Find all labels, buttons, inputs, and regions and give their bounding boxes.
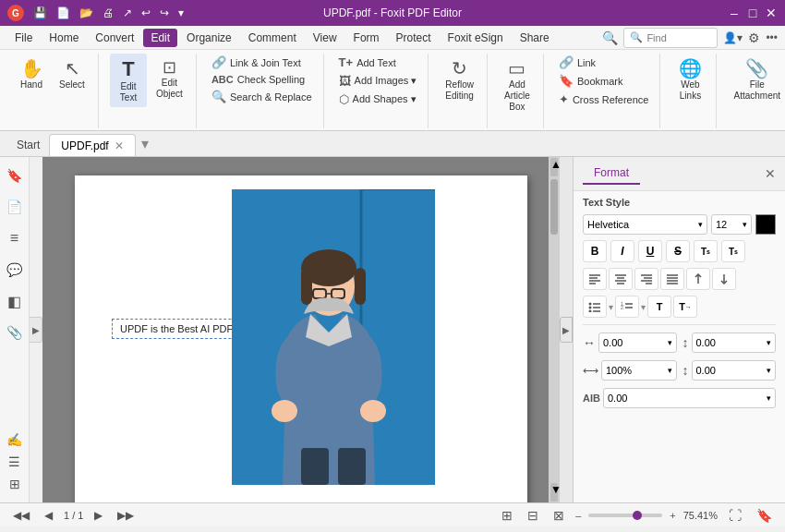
first-page-btn[interactable]: ◀◀ [9, 507, 33, 524]
align-left-btn[interactable] [583, 268, 607, 290]
check-spelling-btn[interactable]: ABC Check Spelling [208, 72, 316, 87]
view-double-btn[interactable]: ⊟ [524, 506, 542, 525]
vertical-scrollbar[interactable]: ▲ ▼ [549, 157, 560, 502]
add-images-btn[interactable]: 🖼 Add Images ▾ [335, 72, 421, 90]
menu-home[interactable]: Home [42, 29, 86, 47]
select-tool-btn[interactable]: ↖ Select [54, 54, 91, 94]
last-page-btn[interactable]: ▶▶ [114, 507, 138, 524]
strikethrough-btn[interactable]: S [666, 240, 690, 262]
align-right-btn[interactable] [634, 268, 658, 290]
char2-input[interactable]: 0.00 ▾ [603, 388, 776, 408]
font-size-select[interactable]: 12 ▾ [711, 214, 752, 235]
indent-input[interactable]: 0.00 ▾ [598, 332, 677, 353]
menu-foxit-esign[interactable]: Foxit eSign [441, 29, 511, 47]
align-bottom-btn[interactable] [712, 268, 736, 290]
menu-edit[interactable]: Edit [143, 29, 177, 47]
scroll-thumb[interactable] [550, 179, 558, 235]
sidebar-comments-icon[interactable]: 💬 [4, 259, 26, 281]
add-article-box-btn[interactable]: ▭ AddArticle Box [499, 54, 536, 116]
scroll-up-btn[interactable]: ▲ [550, 158, 558, 176]
panel-close-btn[interactable]: ✕ [765, 166, 776, 181]
link-btn[interactable]: 🔗 Link [555, 54, 653, 71]
sidebar-collapse-arrow[interactable]: ▶ [30, 317, 42, 343]
underline-btn[interactable]: U [638, 240, 662, 262]
hand-tool-btn[interactable]: ✋ Hand [13, 54, 50, 94]
sidebar-bookmark-icon[interactable]: 🔖 [4, 164, 26, 187]
add-text-btn[interactable]: T+ Add Text [335, 54, 421, 71]
view-single-btn[interactable]: ⊞ [498, 506, 516, 525]
superscript-btn[interactable]: Ts [694, 240, 718, 262]
sidebar-pages2-icon[interactable]: ⊞ [4, 473, 26, 495]
subscript-btn[interactable]: Ts [721, 240, 745, 262]
panel-collapse-arrow[interactable]: ▶ [560, 317, 573, 343]
align-center-btn[interactable] [609, 268, 633, 290]
menu-protect[interactable]: Protect [389, 29, 439, 47]
print-icon[interactable]: 🖨 [99, 5, 117, 21]
edit-object-btn[interactable]: ⊡ EditObject [151, 54, 188, 103]
bold-btn[interactable]: B [583, 240, 607, 262]
menu-form[interactable]: Form [346, 29, 387, 47]
open-icon[interactable]: 📂 [76, 5, 97, 21]
align-justify-btn[interactable] [660, 268, 684, 290]
search-icon[interactable]: 🔍 [602, 30, 618, 45]
edit-text-btn[interactable]: T EditText [110, 54, 147, 107]
sidebar-layers-icon[interactable]: ≡ [4, 227, 26, 249]
share-icon[interactable]: ↗ [119, 5, 136, 21]
tab-start[interactable]: Start [7, 134, 49, 156]
link-join-btn[interactable]: 🔗 Link & Join Text [208, 54, 316, 71]
fullscreen-btn[interactable]: ⛶ [725, 506, 745, 525]
new-icon[interactable]: 📄 [53, 5, 74, 21]
zoom-in-icon[interactable]: + [670, 510, 675, 521]
cross-ref-btn[interactable]: ✦ Cross Reference [555, 91, 653, 108]
search-replace-btn[interactable]: 🔍 Search & Replace [208, 88, 316, 105]
ribbon-search-box[interactable]: 🔍 [623, 28, 718, 48]
text-transform-btn[interactable]: T→ [673, 296, 697, 318]
minimize-btn[interactable]: – [728, 6, 741, 19]
tab-scroll-down[interactable]: ▾ [141, 135, 149, 156]
sidebar-signatures-icon[interactable]: ✍ [4, 429, 26, 451]
menu-convert[interactable]: Convert [88, 29, 141, 47]
tab-format[interactable]: Format [583, 163, 640, 185]
maximize-btn[interactable]: □ [746, 6, 759, 19]
tab-updf[interactable]: UPDF.pdf ✕ [49, 134, 135, 156]
next-page-btn[interactable]: ▶ [91, 507, 106, 524]
undo-icon[interactable]: ↩ [138, 5, 154, 21]
more-icon[interactable]: ▾ [175, 5, 187, 21]
sidebar-properties-icon[interactable]: ◧ [4, 290, 26, 312]
italic-btn[interactable]: I [610, 240, 634, 262]
redo-icon[interactable]: ↪ [156, 5, 173, 21]
bullet-dropdown[interactable]: ▾ [609, 302, 613, 312]
sidebar-pages-icon[interactable]: 📄 [4, 196, 26, 218]
menu-view[interactable]: View [306, 29, 344, 47]
file-attachment-btn[interactable]: 📎 FileAttachment [728, 54, 785, 105]
bookmark-status-btn[interactable]: 🔖 [753, 506, 776, 525]
text-direction-btn[interactable]: T [647, 296, 671, 318]
menu-share[interactable]: Share [513, 29, 557, 47]
zoom-slider[interactable] [588, 514, 662, 517]
menu-file[interactable]: File [7, 29, 40, 47]
more-menu-icon[interactable]: ••• [766, 31, 778, 44]
align-top-btn[interactable] [686, 268, 710, 290]
settings-icon[interactable]: ⚙ [748, 30, 760, 45]
add-shapes-btn[interactable]: ⬡ Add Shapes ▾ [335, 91, 421, 108]
prev-page-btn[interactable]: ◀ [41, 507, 56, 524]
view-scroll-btn[interactable]: ⊠ [550, 506, 568, 525]
scale-input[interactable]: 100% ▾ [601, 360, 677, 381]
font-family-select[interactable]: Helvetica ▾ [583, 214, 707, 235]
char-spacing-input[interactable]: 0.00 ▾ [692, 360, 777, 381]
font-color-picker[interactable] [755, 214, 776, 235]
line-spacing-input[interactable]: 0.00 ▾ [692, 332, 777, 353]
tab-close-icon[interactable]: ✕ [115, 139, 124, 152]
zoom-out-icon[interactable]: – [575, 510, 581, 521]
reflow-editing-btn[interactable]: ↻ ReflowEditing [440, 54, 479, 105]
user-icon[interactable]: 👤▾ [723, 31, 743, 44]
save-icon[interactable]: 💾 [30, 5, 51, 21]
bookmark-btn[interactable]: 🔖 Bookmark [555, 72, 653, 90]
numbered-dropdown[interactable]: ▾ [641, 302, 646, 312]
sidebar-attachments-icon[interactable]: 📎 [4, 321, 26, 344]
sidebar-fields-icon[interactable]: ☰ [4, 451, 26, 473]
close-btn[interactable]: ✕ [765, 6, 778, 19]
scroll-down-btn[interactable]: ▼ [550, 483, 558, 502]
numbered-list-btn[interactable]: 1.2. [615, 296, 639, 318]
web-links-btn[interactable]: 🌐 WebLinks [671, 54, 708, 105]
